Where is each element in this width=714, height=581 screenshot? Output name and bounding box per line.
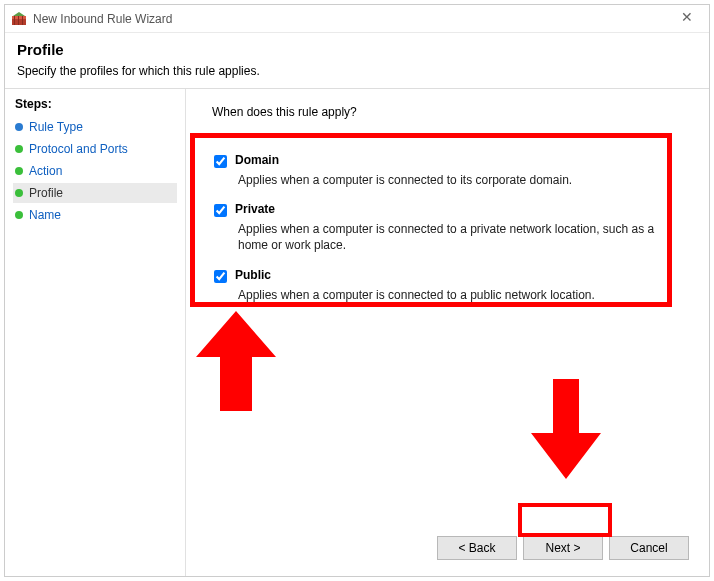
step-item-protocol-and-ports[interactable]: Protocol and Ports	[13, 139, 177, 159]
svg-rect-2	[14, 16, 15, 25]
wizard-buttons: < Back Next > Cancel	[210, 536, 689, 562]
content-panel: When does this rule apply? DomainApplies…	[185, 89, 709, 576]
step-item-rule-type[interactable]: Rule Type	[13, 117, 177, 137]
profile-option-domain: DomainApplies when a computer is connect…	[210, 149, 680, 188]
annotation-arrow-down	[531, 379, 601, 479]
step-item-action[interactable]: Action	[13, 161, 177, 181]
profile-checkbox-label[interactable]: Public	[214, 268, 680, 283]
annotation-arrow-up	[196, 311, 276, 411]
svg-marker-5	[196, 311, 276, 411]
svg-rect-4	[22, 16, 23, 25]
step-bullet-icon	[15, 167, 23, 175]
step-bullet-icon	[15, 189, 23, 197]
window-title: New Inbound Rule Wizard	[33, 12, 172, 26]
page-title: Profile	[17, 41, 697, 58]
step-bullet-icon	[15, 145, 23, 153]
close-button[interactable]: ✕	[671, 9, 703, 29]
step-label: Name	[29, 208, 61, 222]
content-prompt: When does this rule apply?	[212, 105, 689, 119]
step-item-name[interactable]: Name	[13, 205, 177, 225]
titlebar: New Inbound Rule Wizard ✕	[5, 5, 709, 33]
profile-desc: Applies when a computer is connected to …	[238, 172, 680, 188]
profile-title: Private	[235, 202, 275, 216]
profile-checkbox-domain[interactable]	[214, 155, 227, 168]
profile-option-public: PublicApplies when a computer is connect…	[210, 264, 680, 303]
annotation-box-next	[518, 503, 612, 537]
profile-checkbox-label[interactable]: Private	[214, 202, 680, 217]
profile-option-private: PrivateApplies when a computer is connec…	[210, 198, 680, 253]
next-button[interactable]: Next >	[523, 536, 603, 560]
svg-rect-3	[18, 16, 19, 25]
step-label: Action	[29, 164, 62, 178]
profile-checkbox-public[interactable]	[214, 270, 227, 283]
wizard-window: New Inbound Rule Wizard ✕ Profile Specif…	[4, 4, 710, 577]
firewall-icon	[11, 11, 27, 27]
profile-checkbox-label[interactable]: Domain	[214, 153, 680, 168]
steps-panel: Steps: Rule TypeProtocol and PortsAction…	[5, 89, 185, 576]
step-label: Rule Type	[29, 120, 83, 134]
step-label: Profile	[29, 186, 63, 200]
cancel-button[interactable]: Cancel	[609, 536, 689, 560]
step-bullet-icon	[15, 211, 23, 219]
step-label: Protocol and Ports	[29, 142, 128, 156]
profile-title: Domain	[235, 153, 279, 167]
step-bullet-icon	[15, 123, 23, 131]
profile-desc: Applies when a computer is connected to …	[238, 221, 680, 253]
svg-marker-6	[531, 379, 601, 479]
step-item-profile[interactable]: Profile	[13, 183, 177, 203]
steps-heading: Steps:	[15, 97, 177, 111]
header: Profile Specify the profiles for which t…	[5, 33, 709, 88]
profile-desc: Applies when a computer is connected to …	[238, 287, 680, 303]
back-button[interactable]: < Back	[437, 536, 517, 560]
profile-checkbox-private[interactable]	[214, 204, 227, 217]
profile-title: Public	[235, 268, 271, 282]
page-subtitle: Specify the profiles for which this rule…	[17, 64, 697, 78]
